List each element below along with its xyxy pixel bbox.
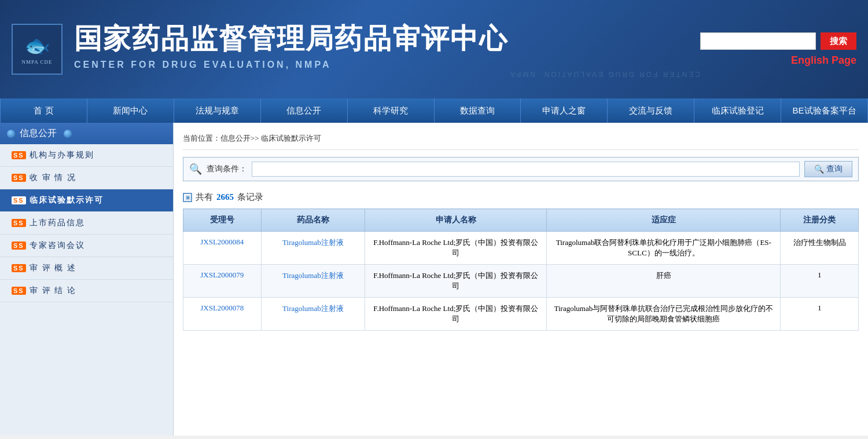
col-header-applicant: 申请人名称: [365, 209, 547, 232]
nav-item-home[interactable]: 首 页: [0, 98, 87, 123]
breadcrumb: 当前位置：信息公开>> 临床试验默示许可: [183, 130, 859, 150]
sidebar-bullet-icon: [7, 130, 15, 138]
header-right-area: 搜索 English Page: [700, 32, 856, 67]
record-count: ▣ 共有 2665 条记录: [183, 188, 859, 208]
sidebar-item-review-overview[interactable]: SS 审 评 概 述: [0, 257, 173, 280]
cell-indication: 肝癌: [547, 265, 781, 298]
logo-nmpa-text: NMPA CDE: [22, 59, 53, 65]
body-area: 信息公开 SS 机构与办事规则 SS 收 审 情 况 SS 临床试验默示许可 S…: [0, 123, 868, 436]
cell-indication: Tiragolumab与阿替利珠单抗联合治疗已完成根治性同步放化疗的不可切除的局…: [547, 298, 781, 331]
table-row: JXSL2000084 Tiragolumab注射液 F.Hoffmann-La…: [183, 232, 859, 265]
sidebar-item-review-conclusion[interactable]: SS 审 评 结 论: [0, 280, 173, 302]
sidebar: 信息公开 SS 机构与办事规则 SS 收 审 情 况 SS 临床试验默示许可 S…: [0, 123, 174, 436]
cell-id[interactable]: JXSL2000078: [183, 298, 262, 331]
cell-applicant: F.Hoffmann-La Roche Ltd;罗氏（中国）投资有限公司: [365, 265, 547, 298]
sidebar-item-drug-info-label: 上市药品信息: [30, 218, 85, 228]
cell-reg-class: 1: [781, 265, 859, 298]
rss-icon-7: SS: [12, 287, 26, 295]
cell-drug[interactable]: Tiragolumab注射液: [261, 232, 365, 265]
sidebar-item-org-label: 机构与办事规则: [30, 150, 94, 160]
sidebar-item-clinical-trial[interactable]: SS 临床试验默示许可: [0, 189, 173, 212]
nav-item-clinical[interactable]: 临床试验登记: [694, 98, 781, 123]
sidebar-item-conclusion-label: 审 评 结 论: [30, 286, 77, 296]
col-header-reg: 注册分类: [781, 209, 859, 232]
drug-link[interactable]: Tiragolumab注射液: [282, 304, 344, 313]
id-link[interactable]: JXSL2000079: [200, 270, 244, 279]
table-row: JXSL2000078 Tiragolumab注射液 F.Hoffmann-La…: [183, 298, 859, 331]
rss-icon-4: SS: [12, 219, 26, 227]
sidebar-item-clinical-label: 临床试验默示许可: [30, 195, 104, 206]
sidebar-item-overview-label: 审 评 概 述: [30, 263, 77, 273]
cell-indication: Tiragolumab联合阿替利珠单抗和化疗用于广泛期小细胞肺癌（ES-SCLC…: [547, 232, 781, 265]
nav-item-info[interactable]: 信息公开: [261, 98, 348, 123]
rss-icon-5: SS: [12, 242, 26, 250]
cell-drug[interactable]: Tiragolumab注射液: [261, 298, 365, 331]
rss-icon-2: SS: [12, 174, 26, 182]
id-link[interactable]: JXSL2000078: [200, 303, 244, 312]
query-btn-label: 查询: [826, 164, 843, 174]
cell-id[interactable]: JXSL2000079: [183, 265, 262, 298]
query-label: 查询条件：: [207, 164, 247, 174]
query-bar: 🔍 查询条件： 🔍 查询: [183, 157, 859, 181]
sidebar-header-label: 信息公开: [20, 127, 57, 140]
cell-drug[interactable]: Tiragolumab注射液: [261, 265, 365, 298]
nav-item-science[interactable]: 科学研究: [348, 98, 435, 123]
record-icon: ▣: [183, 193, 192, 202]
drug-link[interactable]: Tiragolumab注射液: [282, 238, 344, 247]
header-title-area: 国家药品监督管理局药品审评中心 CENTER FOR DRUG EVALUATI…: [74, 20, 700, 78]
nav-item-applicant[interactable]: 申请人之窗: [521, 98, 608, 123]
nav-item-data[interactable]: 数据查询: [435, 98, 521, 123]
query-input[interactable]: [252, 162, 800, 177]
site-main-title: 国家药品监督管理局药品审评中心: [74, 20, 700, 57]
breadcrumb-text: 当前位置：信息公开>> 临床试验默示许可: [183, 134, 321, 142]
nav-item-news[interactable]: 新闻中心: [87, 98, 174, 123]
main-nav: 首 页 新闻中心 法规与规章 信息公开 科学研究 数据查询 申请人之窗 交流与反…: [0, 98, 868, 123]
query-btn-icon: 🔍: [814, 164, 824, 174]
site-sub-title-mirror: CENTER FOR DRUG EVALUATION, NMPA: [74, 70, 700, 78]
sidebar-item-review-label: 收 审 情 况: [30, 173, 77, 183]
cell-reg-class: 治疗性生物制品: [781, 232, 859, 265]
sidebar-item-review[interactable]: SS 收 审 情 况: [0, 167, 173, 189]
table-row: JXSL2000079 Tiragolumab注射液 F.Hoffmann-La…: [183, 265, 859, 298]
col-header-drug: 药品名称: [261, 209, 365, 232]
search-icon: 🔍: [189, 163, 202, 175]
record-count-label: 共有: [196, 192, 213, 203]
english-page-link[interactable]: English Page: [791, 54, 856, 67]
col-header-id: 受理号: [183, 209, 262, 232]
col-header-indication: 适应症: [547, 209, 781, 232]
header-search-button[interactable]: 搜索: [821, 32, 856, 50]
site-sub-title: CENTER FOR DRUG EVALUATION, NMPA: [74, 60, 700, 70]
sidebar-bullet-icon-2: [64, 130, 72, 138]
id-link[interactable]: JXSL2000084: [200, 237, 244, 246]
record-count-number: 2665: [216, 192, 234, 202]
rss-icon-3: SS: [12, 196, 26, 204]
logo-box: 🐟 NMPA CDE: [12, 24, 62, 75]
rss-icon-6: SS: [12, 264, 26, 272]
cell-id[interactable]: JXSL2000084: [183, 232, 262, 265]
record-count-unit: 条记录: [237, 192, 263, 203]
logo-fish-icon: 🐟: [24, 34, 50, 58]
search-row: 搜索: [700, 32, 856, 50]
nav-item-be[interactable]: BE试验备案平台: [781, 98, 868, 123]
query-button[interactable]: 🔍 查询: [804, 161, 852, 177]
data-table: 受理号 药品名称 申请人名称 适应症 注册分类 JXSL2000084 Tira…: [183, 208, 859, 331]
main-content: 当前位置：信息公开>> 临床试验默示许可 🔍 查询条件： 🔍 查询 ▣ 共有 2…: [174, 123, 868, 436]
cell-reg-class: 1: [781, 298, 859, 331]
rss-icon: SS: [12, 151, 26, 159]
site-header: 🐟 NMPA CDE 国家药品监督管理局药品审评中心 CENTER FOR DR…: [0, 0, 868, 98]
nav-item-exchange[interactable]: 交流与反馈: [608, 98, 694, 123]
sidebar-item-expert-label: 专家咨询会议: [30, 240, 85, 251]
cell-applicant: F.Hoffmann-La Roche Ltd;罗氏（中国）投资有限公司: [365, 232, 547, 265]
header-search-input[interactable]: [700, 32, 816, 50]
cell-applicant: F.Hoffmann-La Roche Ltd;罗氏（中国）投资有限公司: [365, 298, 547, 331]
nav-item-regulations[interactable]: 法规与规章: [174, 98, 261, 123]
sidebar-item-expert[interactable]: SS 专家咨询会议: [0, 235, 173, 257]
sidebar-header: 信息公开: [0, 123, 173, 144]
drug-link[interactable]: Tiragolumab注射液: [282, 271, 344, 280]
sidebar-item-org[interactable]: SS 机构与办事规则: [0, 144, 173, 167]
sidebar-item-drug-info[interactable]: SS 上市药品信息: [0, 212, 173, 235]
